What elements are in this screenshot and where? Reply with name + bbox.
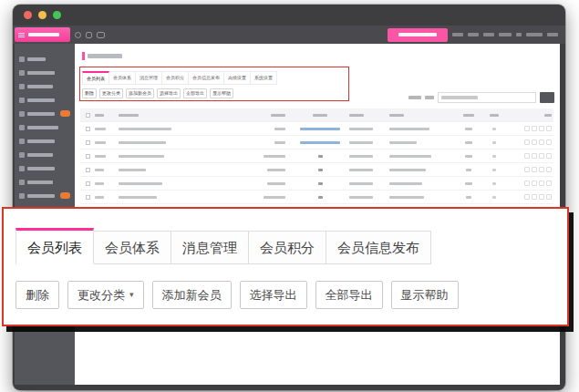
column-header[interactable] [119,114,139,117]
row-action-button[interactable] [546,126,552,131]
row-action-button[interactable] [532,181,537,186]
member-name-placeholder[interactable] [119,169,146,171]
column-header[interactable] [544,114,552,117]
column-header[interactable] [389,114,404,117]
row-action-button[interactable] [539,153,544,159]
column-header[interactable] [313,114,327,117]
mini-tab-message-mgmt[interactable]: 消息管理 [136,71,162,85]
row-action-button[interactable] [524,126,530,131]
row-action-button[interactable] [524,167,530,172]
table-row[interactable] [80,190,553,203]
row-checkbox[interactable] [86,140,90,145]
mini-tab-member-points[interactable]: 会员积分 [162,71,189,85]
sidebar-item[interactable] [15,175,75,189]
search-input[interactable] [438,92,536,103]
sidebar-item-active[interactable] [15,107,75,120]
member-name-placeholder[interactable] [119,155,164,158]
row-action-button[interactable] [539,139,544,145]
table-row[interactable] [80,135,553,149]
close-window-button[interactable] [24,11,32,19]
sidebar-item[interactable] [15,79,75,93]
mini-tab-advanced-settings[interactable]: 高级设置 [224,71,251,85]
mini-tab-member-system[interactable]: 会员体系 [109,71,136,85]
titlebar[interactable] [13,5,565,26]
navbar-link[interactable] [547,33,558,36]
row-checkbox[interactable] [86,168,90,172]
row-checkbox[interactable] [86,195,90,200]
row-action-button[interactable] [546,167,552,172]
mini-export-selected-button[interactable]: 选择导出 [157,88,181,98]
navbar-link[interactable] [483,33,494,36]
row-action-button[interactable] [546,181,552,186]
member-name-placeholder[interactable] [119,196,157,199]
sidebar-item[interactable] [15,120,75,134]
row-action-button[interactable] [532,194,537,200]
member-name-placeholder[interactable] [119,128,171,130]
mini-show-help-button[interactable]: 显示帮助 [210,88,233,98]
row-action-button[interactable] [539,167,544,172]
tab-member-system[interactable]: 会员体系 [94,231,171,264]
tab-member-points[interactable]: 会员积分 [249,231,326,264]
navbar-link[interactable] [499,33,512,36]
row-action-button[interactable] [524,181,530,186]
row-action-button[interactable] [546,139,552,145]
table-row[interactable] [80,176,553,190]
navbar-pink-button[interactable] [388,28,448,42]
export-all-button[interactable]: 全部导出 [315,281,383,309]
table-row[interactable] [80,121,553,135]
row-action-button[interactable] [539,126,544,131]
row-action-button[interactable] [532,153,537,159]
navbar-glyph-icon[interactable] [75,32,81,38]
row-action-button[interactable] [524,139,530,145]
row-action-button[interactable] [546,194,552,200]
brand-logo[interactable] [15,27,70,42]
minimize-window-button[interactable] [38,11,47,19]
mini-tab-member-list[interactable]: 会员列表 [82,71,109,85]
tab-message-mgmt[interactable]: 消息管理 [171,231,249,264]
mini-change-category-button[interactable]: 更改分类 [99,88,123,98]
row-action-button[interactable] [546,153,552,159]
zoom-window-button[interactable] [53,11,61,19]
row-action-button[interactable] [532,139,537,145]
member-name-placeholder[interactable] [119,182,162,185]
row-action-button[interactable] [524,153,530,159]
mini-export-all-button[interactable]: 全部导出 [183,88,207,98]
tab-member-info-publish[interactable]: 会员信息发布 [326,231,431,264]
row-action-button[interactable] [532,167,537,172]
table-row[interactable] [80,149,553,162]
sidebar-item[interactable] [15,66,75,79]
sidebar-item[interactable] [15,189,75,202]
navbar-link[interactable] [526,33,543,36]
select-all-checkbox[interactable] [86,113,90,118]
delete-button[interactable]: 删除 [16,281,59,309]
sidebar-item[interactable] [15,134,75,148]
email-link-placeholder[interactable] [300,141,340,144]
column-header[interactable] [463,114,474,117]
navbar-glyph-icon[interactable] [86,32,92,38]
mini-tab-member-info-publish[interactable]: 会员信息发布 [189,71,224,85]
sidebar-item[interactable] [15,93,75,107]
member-name-placeholder[interactable] [119,141,166,144]
tab-member-list[interactable]: 会员列表 [16,228,94,264]
mini-add-member-button[interactable]: 添加新会员 [126,88,154,98]
row-action-button[interactable] [539,181,544,186]
column-header[interactable] [95,114,104,117]
row-checkbox[interactable] [86,154,90,159]
email-link-placeholder[interactable] [300,128,340,130]
search-submit-button[interactable] [540,92,554,103]
navbar-link[interactable] [468,33,479,36]
sidebar-item[interactable] [15,161,75,175]
row-checkbox[interactable] [86,127,90,131]
row-checkbox[interactable] [86,181,90,186]
row-action-button[interactable] [539,194,544,200]
change-category-button[interactable]: 更改分类▾ [67,281,144,309]
row-action-button[interactable] [524,194,530,200]
add-member-button[interactable]: 添加新会员 [152,281,232,309]
mini-tab-system-settings[interactable]: 系统设置 [251,71,277,85]
column-header[interactable] [490,114,499,117]
navbar-glyph-icon[interactable] [97,32,105,38]
show-help-button[interactable]: 显示帮助 [391,281,459,309]
navbar-link[interactable] [452,33,463,36]
mini-delete-button[interactable]: 删除 [82,88,97,98]
navbar-link[interactable] [516,33,522,36]
